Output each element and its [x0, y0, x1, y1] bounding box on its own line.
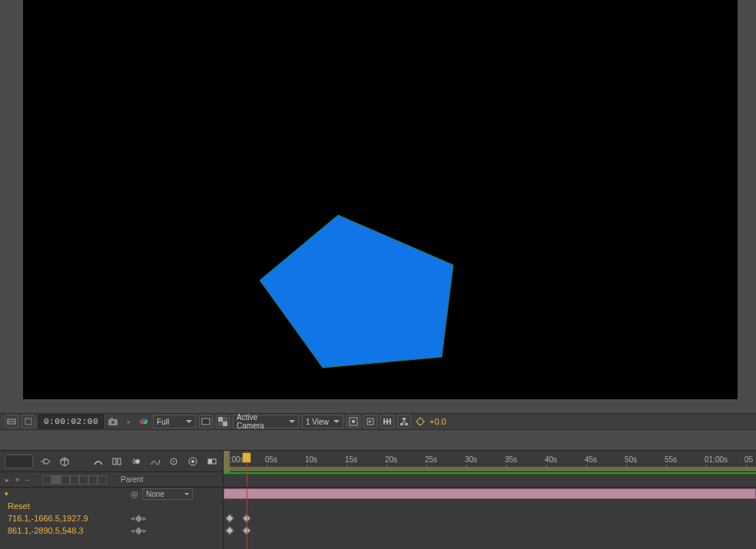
region-of-interest-button[interactable] [22, 415, 35, 428]
twirl-icon: ▸ [3, 475, 12, 484]
av-features-icons: ▸ ✶ – [3, 475, 32, 484]
view-layout-dropdown[interactable]: 1 View [302, 415, 343, 428]
color-management-icon[interactable] [138, 415, 150, 428]
ruler-tick-label: 05s [265, 455, 277, 464]
exposure-value[interactable]: +0.0 [429, 417, 446, 426]
live-update-icon[interactable] [205, 455, 218, 468]
pixel-aspect-button[interactable] [346, 415, 360, 428]
svg-rect-31 [118, 458, 121, 465]
motion-blur-icon[interactable] [130, 455, 143, 468]
current-time-display[interactable]: 0:00:02:00 [38, 415, 104, 428]
hide-shy-icon[interactable] [92, 455, 105, 468]
ruler-tick-label: 30s [465, 455, 477, 464]
property-row-1[interactable]: 716.1,-1666.5,1927.9 ◂ ▸ [0, 512, 223, 524]
twirl-icon[interactable]: ▾ [5, 490, 8, 498]
svg-rect-22 [390, 418, 391, 425]
resolution-dropdown[interactable]: Full [153, 415, 196, 428]
ruler-tick-label: 15s [345, 455, 357, 464]
svg-rect-14 [223, 417, 227, 422]
preview-shape [23, 0, 738, 399]
dash-icon: – [23, 475, 32, 484]
ruler-tick-label: 01:00s [705, 455, 728, 464]
layer-duration-bar[interactable] [224, 488, 756, 499]
property-row-2[interactable]: 861.1,-2890.5,548.3 ◂ ▸ [0, 524, 223, 537]
ruler-tick-label: 40s [545, 455, 557, 464]
composition-viewer [0, 0, 756, 412]
comp-mini-flowchart-icon[interactable] [39, 455, 52, 468]
keyframe-icon[interactable] [225, 514, 234, 522]
svg-point-29 [417, 418, 423, 425]
current-time-indicator-head[interactable] [242, 452, 251, 463]
keyframe-row-1[interactable] [224, 512, 756, 524]
property-value[interactable]: 716.1,-1666.5,1927.9 [8, 514, 88, 523]
snapshot-icon[interactable] [107, 415, 119, 428]
keyframe-row-reset[interactable] [224, 500, 756, 512]
ruler-tick-label: 25s [425, 455, 437, 464]
exposure-reset-icon[interactable] [414, 415, 426, 428]
ruler-tick-label: 55s [665, 455, 677, 464]
composition-canvas[interactable] [23, 0, 738, 399]
svg-point-34 [173, 461, 174, 462]
svg-rect-25 [405, 423, 408, 425]
time-ruler[interactable]: :00s 05s10s15s20s25s30s35s40s45s50s55s01… [224, 451, 756, 472]
svg-point-36 [191, 460, 194, 463]
property-row-0[interactable]: ▾ ◎ None [0, 488, 223, 500]
camera-label: Active Camera [237, 413, 284, 430]
parent-dropdown[interactable]: None [142, 488, 193, 500]
auto-keyframe-icon[interactable] [187, 455, 200, 468]
svg-rect-12 [218, 417, 223, 422]
svg-rect-13 [223, 422, 227, 426]
transparency-grid-button[interactable] [199, 415, 213, 428]
property-row-reset[interactable]: Reset [0, 500, 223, 512]
ruler-tick-label: 20s [385, 455, 397, 464]
svg-rect-23 [403, 418, 406, 420]
pickwhip-icon[interactable]: ◎ [131, 489, 138, 499]
view-label: 1 View [306, 418, 329, 426]
viewer-toolbar: 0:00:02:00 ▪ Full Active Camera 1 View +… [0, 413, 756, 430]
timeline-right-pane[interactable]: :00s 05s10s15s20s25s30s35s40s45s50s55s01… [223, 451, 756, 549]
svg-rect-6 [111, 418, 113, 420]
layer-bar-row[interactable] [224, 488, 756, 500]
cti-line [247, 488, 247, 500]
cti-line [247, 512, 247, 524]
svg-rect-21 [386, 418, 388, 425]
svg-marker-0 [260, 215, 453, 368]
magnify-ratio-button[interactable] [5, 415, 18, 428]
keyframe-navigator[interactable]: ◂ ▸ [131, 527, 147, 534]
ruler-tick-label: 45s [585, 455, 597, 464]
graph-editor-icon[interactable] [148, 455, 161, 468]
fast-previews-button[interactable] [363, 415, 377, 428]
timeline-left-pane: ▸ ✶ – Parent ▾ ◎ None Reset 716. [0, 451, 223, 549]
svg-rect-15 [218, 422, 223, 426]
svg-rect-30 [113, 458, 116, 465]
keyframe-icon[interactable] [225, 526, 234, 534]
parent-value: None [146, 490, 164, 498]
timeline-panel: ▸ ✶ – Parent ▾ ◎ None Reset 716. [0, 450, 756, 549]
ruler-tick-label: 50s [625, 455, 637, 464]
timeline-search-pill[interactable] [5, 455, 33, 468]
parent-column-label: Parent [121, 475, 143, 484]
property-value[interactable]: 861.1,-2890.5,548.3 [8, 526, 83, 535]
comp-flowchart-button[interactable] [397, 415, 411, 428]
work-area-bar[interactable] [230, 467, 756, 471]
svg-line-28 [404, 422, 406, 423]
svg-rect-38 [208, 459, 212, 464]
ruler-tick-label: 35s [505, 455, 517, 464]
svg-rect-20 [383, 418, 385, 425]
active-camera-dropdown[interactable]: Active Camera [233, 415, 299, 428]
svg-rect-17 [352, 420, 355, 423]
keyframe-row-2[interactable] [224, 524, 756, 537]
layer-switches-header [42, 475, 107, 485]
frame-blend-icon[interactable] [111, 455, 124, 468]
timeline-button[interactable] [380, 415, 394, 428]
cti-line [247, 524, 247, 537]
show-channel-icon[interactable]: ▪ [122, 415, 134, 428]
brainstorm-icon[interactable] [167, 455, 181, 468]
cti-line [247, 500, 247, 512]
cached-frames-bar [224, 472, 756, 475]
toggle-transparency-button[interactable] [216, 415, 230, 428]
svg-point-5 [111, 421, 114, 424]
svg-rect-3 [25, 418, 32, 425]
draft-3d-icon[interactable] [58, 455, 71, 468]
keyframe-navigator[interactable]: ◂ ▸ [131, 514, 147, 522]
